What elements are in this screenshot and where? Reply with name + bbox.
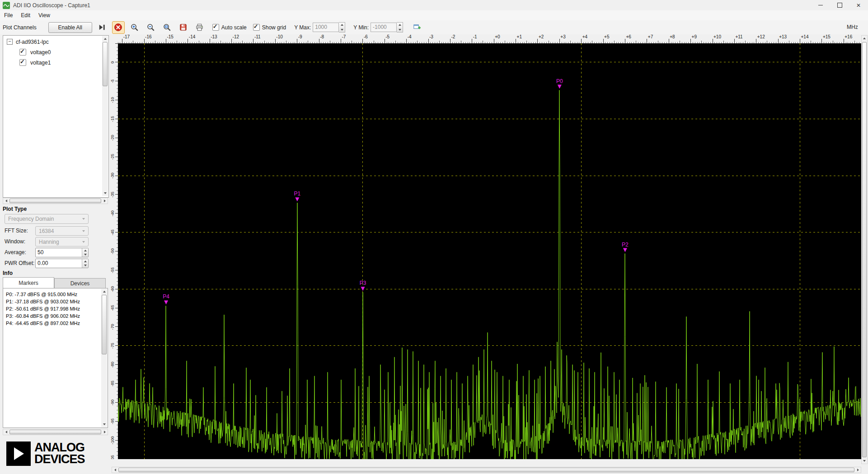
- marker-readout-p1: P1: -37.18 dBFS @ 903.002 MHz: [6, 298, 108, 305]
- info-tabs: Markers Devices: [3, 277, 108, 288]
- scrollbar-thumb[interactable]: [9, 430, 101, 434]
- auto-scale-toggle[interactable]: ✓ Auto scale: [212, 24, 247, 31]
- average-label: Average:: [5, 249, 26, 256]
- scroll-down-icon[interactable]: [862, 458, 867, 464]
- spectrum-plot-canvas[interactable]: P0P1P2P3P4: [118, 43, 861, 459]
- tab-devices[interactable]: Devices: [54, 278, 106, 289]
- svg-text:-6: -6: [364, 34, 368, 39]
- scroll-down-icon[interactable]: [102, 191, 108, 196]
- scroll-left-icon[interactable]: [3, 198, 9, 204]
- plot-horizontal-scrollbar[interactable]: [112, 467, 861, 473]
- menu-view[interactable]: View: [34, 11, 54, 20]
- svg-text:-14: -14: [189, 34, 196, 39]
- window-select[interactable]: Hanning: [35, 237, 89, 246]
- scroll-right-icon[interactable]: [102, 198, 108, 204]
- pwr-offset-value[interactable]: 0.00: [36, 259, 82, 268]
- pwr-offset-spin-buttons[interactable]: [82, 259, 88, 268]
- tree-vertical-scrollbar[interactable]: [102, 36, 108, 196]
- channel-row-voltage0[interactable]: ✓ voltage0: [3, 47, 94, 57]
- scroll-left-icon[interactable]: [3, 429, 9, 435]
- show-grid-label: Show grid: [262, 24, 286, 31]
- spin-down-icon: [84, 265, 87, 266]
- scrollbar-thumb[interactable]: [103, 42, 108, 86]
- svg-text:P2: P2: [622, 242, 629, 248]
- y-max-input[interactable]: 1000: [313, 23, 339, 32]
- channel-tree[interactable]: − cf-ad9361-lpc ✓ voltage0 ✓ voltage1: [3, 35, 109, 198]
- scroll-up-icon[interactable]: [102, 36, 108, 42]
- svg-text:P3: P3: [360, 280, 366, 286]
- new-plot-button[interactable]: [410, 21, 423, 34]
- enable-all-button[interactable]: Enable All: [48, 22, 92, 33]
- stop-capture-button[interactable]: [112, 21, 125, 34]
- scroll-left-icon[interactable]: [112, 467, 118, 473]
- minimize-button[interactable]: [811, 0, 830, 10]
- tab-markers[interactable]: Markers: [3, 277, 54, 288]
- print-button[interactable]: [193, 21, 206, 34]
- markers-list[interactable]: P0: -7.37 dBFS @ 915.000 MHz P1: -37.18 …: [3, 288, 108, 428]
- spin-up-icon: [399, 24, 401, 26]
- scroll-right-icon[interactable]: [855, 467, 861, 473]
- show-grid-checkbox[interactable]: ✓: [253, 24, 260, 31]
- capture-pause-button[interactable]: [96, 21, 108, 34]
- channel-row-voltage1[interactable]: ✓ voltage1: [3, 57, 94, 68]
- scroll-up-icon[interactable]: [862, 36, 867, 41]
- average-value[interactable]: 50: [36, 248, 82, 257]
- marker-readout-p0: P0: -7.37 dBFS @ 915.000 MHz: [6, 291, 108, 298]
- svg-text:-3: -3: [429, 34, 433, 39]
- info-horizontal-scrollbar[interactable]: [3, 429, 108, 435]
- info-vertical-scrollbar[interactable]: [101, 289, 107, 427]
- scroll-up-icon[interactable]: [101, 289, 107, 294]
- scrollbar-thumb[interactable]: [9, 199, 101, 203]
- zoom-fit-button[interactable]: [161, 21, 174, 34]
- y-min-spinner[interactable]: [397, 22, 403, 33]
- voltage1-checkbox[interactable]: ✓: [19, 59, 26, 66]
- window-label: Window:: [5, 238, 25, 245]
- pwr-offset-stepper[interactable]: 0.00: [35, 259, 89, 268]
- tree-collapse-icon[interactable]: −: [7, 39, 13, 45]
- channel-label: voltage0: [30, 49, 51, 56]
- zoom-out-button[interactable]: [145, 21, 157, 34]
- voltage0-checkbox[interactable]: ✓: [19, 49, 26, 56]
- svg-text:-20: -20: [111, 135, 115, 141]
- scroll-right-icon[interactable]: [102, 429, 108, 435]
- svg-text:-17: -17: [123, 34, 130, 39]
- y-min-input[interactable]: -1000: [371, 23, 397, 32]
- analog-devices-logo: ANALOG DEVICES: [6, 441, 85, 466]
- show-grid-toggle[interactable]: ✓ Show grid: [253, 24, 286, 31]
- average-spin-buttons[interactable]: [82, 248, 88, 257]
- scroll-down-icon[interactable]: [101, 422, 107, 427]
- window-value: Hanning: [39, 239, 59, 245]
- y-max-label: Y Max:: [294, 24, 311, 31]
- marker-readout-p4: P4: -64.45 dBFS @ 897.002 MHz: [6, 320, 108, 327]
- fft-size-select[interactable]: 16384: [35, 226, 89, 236]
- close-button[interactable]: ✕: [849, 0, 868, 10]
- check-icon: ✓: [253, 23, 258, 30]
- svg-text:-85: -85: [111, 381, 115, 386]
- maximize-button[interactable]: [830, 0, 849, 10]
- tree-horizontal-scrollbar[interactable]: [3, 198, 108, 204]
- check-icon: ✓: [20, 48, 25, 55]
- plot-vertical-scrollbar[interactable]: [861, 35, 868, 464]
- x-axis-ruler: -17-16-15-14-13-12-11-10-9-8-7-6-5-4-3-2…: [118, 34, 861, 43]
- svg-text:-13: -13: [211, 34, 217, 39]
- scrollbar-thumb[interactable]: [102, 295, 107, 354]
- average-stepper[interactable]: 50: [35, 248, 89, 257]
- svg-text:+15: +15: [823, 34, 830, 39]
- save-button[interactable]: [177, 21, 190, 34]
- device-tree-node[interactable]: − cf-ad9361-lpc: [3, 37, 94, 47]
- capture-pause-icon: [98, 23, 106, 32]
- y-max-spinner[interactable]: [339, 22, 345, 33]
- titlebar[interactable]: ADI IIO Oscilloscope - Capture1 ✕: [0, 0, 868, 11]
- scrollbar-thumb[interactable]: [118, 468, 854, 472]
- svg-text:-30: -30: [111, 173, 115, 179]
- window-title: ADI IIO Oscilloscope - Capture1: [13, 2, 90, 9]
- zoom-in-button[interactable]: [128, 21, 141, 34]
- auto-scale-checkbox[interactable]: ✓: [212, 24, 219, 31]
- menu-edit[interactable]: Edit: [17, 11, 34, 20]
- plot-type-select[interactable]: Frequency Domain: [5, 214, 89, 224]
- menu-file[interactable]: File: [0, 11, 17, 20]
- svg-text:+13: +13: [779, 34, 787, 39]
- svg-text:+6: +6: [626, 34, 631, 39]
- svg-text:P4: P4: [163, 293, 169, 300]
- scrollbar-thumb[interactable]: [862, 42, 867, 457]
